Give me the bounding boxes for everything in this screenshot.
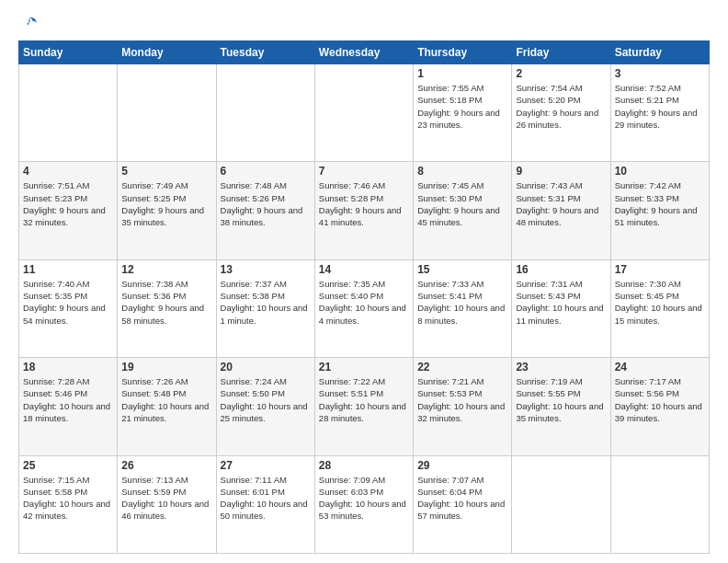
calendar-cell: 1Sunrise: 7:55 AM Sunset: 5:18 PM Daylig…: [414, 64, 512, 162]
day-info: Sunrise: 7:51 AM Sunset: 5:23 PM Dayligh…: [23, 179, 113, 228]
calendar-cell: [610, 455, 709, 553]
calendar-cell: 11Sunrise: 7:40 AM Sunset: 5:35 PM Dayli…: [19, 259, 118, 357]
calendar-cell: 23Sunrise: 7:19 AM Sunset: 5:55 PM Dayli…: [512, 358, 610, 455]
day-number: 14: [319, 263, 409, 276]
day-number: 19: [121, 361, 211, 373]
calendar-cell: 3Sunrise: 7:52 AM Sunset: 5:21 PM Daylig…: [610, 64, 709, 162]
calendar-table: SundayMondayTuesdayWednesdayThursdayFrid…: [18, 40, 710, 554]
calendar-cell: 28Sunrise: 7:09 AM Sunset: 6:03 PM Dayli…: [314, 455, 413, 553]
logo-bird-icon: [22, 15, 39, 31]
calendar-cell: 2Sunrise: 7:54 AM Sunset: 5:20 PM Daylig…: [512, 64, 610, 162]
day-info: Sunrise: 7:11 AM Sunset: 6:01 PM Dayligh…: [221, 474, 311, 523]
calendar-week-row: 1Sunrise: 7:55 AM Sunset: 5:18 PM Daylig…: [19, 64, 710, 162]
calendar-cell: 14Sunrise: 7:35 AM Sunset: 5:40 PM Dayli…: [314, 259, 413, 357]
weekday-header: Friday: [512, 41, 610, 64]
day-info: Sunrise: 7:52 AM Sunset: 5:21 PM Dayligh…: [615, 82, 705, 131]
day-info: Sunrise: 7:42 AM Sunset: 5:33 PM Dayligh…: [615, 179, 705, 228]
weekday-header: Monday: [118, 41, 216, 64]
day-number: 16: [516, 263, 606, 276]
calendar-cell: 5Sunrise: 7:49 AM Sunset: 5:25 PM Daylig…: [118, 162, 216, 259]
day-number: 9: [516, 165, 606, 178]
calendar-cell: 6Sunrise: 7:48 AM Sunset: 5:26 PM Daylig…: [216, 162, 314, 259]
calendar-cell: 25Sunrise: 7:15 AM Sunset: 5:58 PM Dayli…: [19, 455, 118, 553]
calendar-week-row: 25Sunrise: 7:15 AM Sunset: 5:58 PM Dayli…: [19, 455, 710, 553]
day-number: 2: [516, 67, 606, 80]
weekday-header: Saturday: [610, 41, 709, 64]
calendar-header-row: SundayMondayTuesdayWednesdayThursdayFrid…: [19, 41, 710, 64]
calendar-cell: 10Sunrise: 7:42 AM Sunset: 5:33 PM Dayli…: [610, 162, 709, 259]
day-info: Sunrise: 7:38 AM Sunset: 5:36 PM Dayligh…: [121, 278, 211, 327]
calendar-cell: 20Sunrise: 7:24 AM Sunset: 5:50 PM Dayli…: [216, 358, 314, 455]
day-number: 1: [417, 67, 507, 80]
calendar-cell: 19Sunrise: 7:26 AM Sunset: 5:48 PM Dayli…: [118, 358, 216, 455]
day-info: Sunrise: 7:48 AM Sunset: 5:26 PM Dayligh…: [221, 179, 311, 228]
day-number: 24: [615, 361, 705, 373]
calendar-cell: 12Sunrise: 7:38 AM Sunset: 5:36 PM Dayli…: [118, 259, 216, 357]
day-info: Sunrise: 7:33 AM Sunset: 5:41 PM Dayligh…: [417, 278, 507, 327]
day-number: 5: [121, 165, 211, 178]
calendar-cell: 7Sunrise: 7:46 AM Sunset: 5:28 PM Daylig…: [314, 162, 413, 259]
day-number: 6: [221, 165, 311, 178]
day-info: Sunrise: 7:07 AM Sunset: 6:04 PM Dayligh…: [417, 474, 507, 523]
day-info: Sunrise: 7:40 AM Sunset: 5:35 PM Dayligh…: [23, 278, 113, 327]
calendar-cell: 21Sunrise: 7:22 AM Sunset: 5:51 PM Dayli…: [314, 358, 413, 455]
day-number: 8: [417, 165, 507, 178]
calendar-cell: [216, 64, 314, 162]
calendar-cell: 9Sunrise: 7:43 AM Sunset: 5:31 PM Daylig…: [512, 162, 610, 259]
calendar-cell: 15Sunrise: 7:33 AM Sunset: 5:41 PM Dayli…: [414, 259, 512, 357]
calendar-cell: 16Sunrise: 7:31 AM Sunset: 5:43 PM Dayli…: [512, 259, 610, 357]
day-number: 23: [516, 361, 606, 373]
weekday-header: Tuesday: [216, 41, 314, 64]
logo: [18, 15, 40, 31]
calendar-cell: 24Sunrise: 7:17 AM Sunset: 5:56 PM Dayli…: [610, 358, 709, 455]
day-info: Sunrise: 7:35 AM Sunset: 5:40 PM Dayligh…: [319, 278, 409, 327]
day-info: Sunrise: 7:43 AM Sunset: 5:31 PM Dayligh…: [516, 179, 606, 228]
weekday-header: Thursday: [414, 41, 512, 64]
calendar-cell: 22Sunrise: 7:21 AM Sunset: 5:53 PM Dayli…: [414, 358, 512, 455]
day-info: Sunrise: 7:24 AM Sunset: 5:50 PM Dayligh…: [221, 375, 311, 424]
calendar-cell: [512, 455, 610, 553]
calendar-cell: [19, 64, 118, 162]
calendar-cell: 13Sunrise: 7:37 AM Sunset: 5:38 PM Dayli…: [216, 259, 314, 357]
calendar-week-row: 11Sunrise: 7:40 AM Sunset: 5:35 PM Dayli…: [19, 259, 710, 357]
day-info: Sunrise: 7:17 AM Sunset: 5:56 PM Dayligh…: [615, 375, 705, 424]
day-info: Sunrise: 7:28 AM Sunset: 5:46 PM Dayligh…: [23, 375, 113, 424]
day-number: 3: [615, 67, 705, 80]
weekday-header: Sunday: [19, 41, 118, 64]
calendar-cell: 29Sunrise: 7:07 AM Sunset: 6:04 PM Dayli…: [414, 455, 512, 553]
day-info: Sunrise: 7:19 AM Sunset: 5:55 PM Dayligh…: [516, 375, 606, 424]
calendar-cell: [118, 64, 216, 162]
day-number: 27: [221, 459, 311, 472]
calendar-cell: 8Sunrise: 7:45 AM Sunset: 5:30 PM Daylig…: [414, 162, 512, 259]
day-info: Sunrise: 7:13 AM Sunset: 5:59 PM Dayligh…: [121, 474, 211, 523]
day-number: 11: [23, 263, 113, 276]
day-number: 28: [319, 459, 409, 472]
page: SundayMondayTuesdayWednesdayThursdayFrid…: [0, 0, 728, 563]
day-number: 7: [319, 165, 409, 178]
calendar-week-row: 18Sunrise: 7:28 AM Sunset: 5:46 PM Dayli…: [19, 358, 710, 455]
calendar-cell: 18Sunrise: 7:28 AM Sunset: 5:46 PM Dayli…: [19, 358, 118, 455]
day-info: Sunrise: 7:49 AM Sunset: 5:25 PM Dayligh…: [121, 179, 211, 228]
day-info: Sunrise: 7:21 AM Sunset: 5:53 PM Dayligh…: [417, 375, 507, 424]
day-number: 15: [417, 263, 507, 276]
day-number: 25: [23, 459, 113, 472]
day-number: 21: [319, 361, 409, 373]
day-info: Sunrise: 7:55 AM Sunset: 5:18 PM Dayligh…: [417, 82, 507, 131]
day-number: 10: [615, 165, 705, 178]
calendar-week-row: 4Sunrise: 7:51 AM Sunset: 5:23 PM Daylig…: [19, 162, 710, 259]
day-info: Sunrise: 7:26 AM Sunset: 5:48 PM Dayligh…: [121, 375, 211, 424]
day-number: 22: [417, 361, 507, 373]
day-info: Sunrise: 7:30 AM Sunset: 5:45 PM Dayligh…: [615, 278, 705, 327]
day-info: Sunrise: 7:31 AM Sunset: 5:43 PM Dayligh…: [516, 278, 606, 327]
calendar-cell: [314, 64, 413, 162]
day-info: Sunrise: 7:45 AM Sunset: 5:30 PM Dayligh…: [417, 179, 507, 228]
calendar-cell: 26Sunrise: 7:13 AM Sunset: 5:59 PM Dayli…: [118, 455, 216, 553]
calendar-cell: 4Sunrise: 7:51 AM Sunset: 5:23 PM Daylig…: [19, 162, 118, 259]
day-number: 13: [221, 263, 311, 276]
day-info: Sunrise: 7:54 AM Sunset: 5:20 PM Dayligh…: [516, 82, 606, 131]
day-info: Sunrise: 7:22 AM Sunset: 5:51 PM Dayligh…: [319, 375, 409, 424]
day-number: 17: [615, 263, 705, 276]
header: [18, 15, 710, 31]
day-info: Sunrise: 7:46 AM Sunset: 5:28 PM Dayligh…: [319, 179, 409, 228]
weekday-header: Wednesday: [314, 41, 413, 64]
